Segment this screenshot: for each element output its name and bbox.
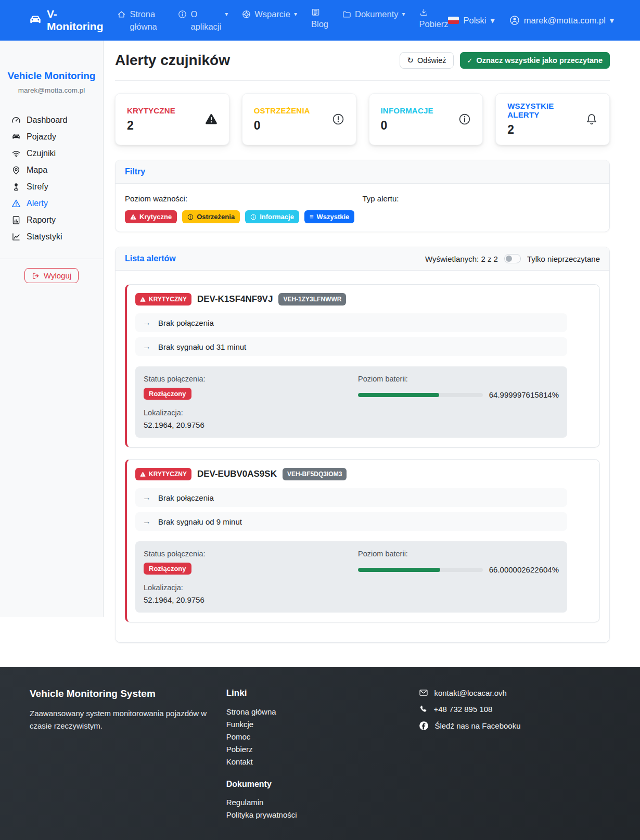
- brand-label: V-Monitoring: [47, 8, 103, 33]
- phone-icon: [419, 705, 428, 714]
- sidebar-item-dashboard[interactable]: Dashboard: [7, 112, 96, 129]
- logout-icon: [32, 272, 40, 280]
- footer-link-terms[interactable]: Regulamin: [226, 796, 407, 809]
- sidebar-item-alerts[interactable]: Alerty: [7, 195, 96, 212]
- stat-card-critical: KRYTYCZNE 2: [115, 93, 229, 145]
- person-circle-icon: [509, 15, 520, 26]
- footer-link-home[interactable]: Strona główna: [226, 706, 407, 718]
- warning-triangle-filled-icon: [140, 297, 146, 302]
- arrow-right-icon: →: [143, 493, 151, 502]
- battery-progress: [358, 393, 483, 397]
- nav-item-documents[interactable]: Dokumenty ▾: [342, 8, 405, 41]
- sidebar-item-sensors[interactable]: Czujniki: [7, 145, 96, 162]
- nav-item-label: Strona główna: [130, 8, 164, 33]
- filter-badge-label: Ostrzeżenia: [197, 213, 235, 221]
- nav-item-label: Dokumenty: [355, 8, 398, 20]
- vehicle-badge: VEH-BF5DQ3IOM3: [283, 468, 347, 480]
- nav-item-download[interactable]: Pobierz: [419, 8, 449, 41]
- brand[interactable]: V-Monitoring: [29, 0, 103, 41]
- vehicle-badge: VEH-1ZY3LFNWWR: [278, 293, 346, 306]
- filters-card: Filtry Poziom ważności: Krytyczne Ostrze…: [115, 160, 610, 232]
- device-id: DEV-K1SF4NF9VJ: [197, 294, 273, 304]
- line-chart-icon: [11, 232, 21, 241]
- stat-label: WSZYSTKIE ALERTY: [507, 101, 585, 119]
- footer-link-download[interactable]: Pobierz: [226, 743, 407, 756]
- unread-only-toggle[interactable]: [504, 254, 521, 263]
- arrow-right-icon: →: [143, 318, 151, 327]
- chevron-down-icon: ▾: [294, 8, 297, 20]
- language-label: Polski: [463, 16, 486, 26]
- nav-item-label: Pobierz: [419, 18, 449, 30]
- battery-progress-fill: [358, 568, 440, 572]
- sidebar-item-label: Alerty: [27, 199, 48, 208]
- stat-card-warnings: OSTRZEŻENIA 0: [242, 93, 356, 145]
- stats-row: KRYTYCZNE 2 OSTRZEŻENIA 0 INFORMACJE 0: [115, 93, 610, 145]
- sidebar-item-label: Czujniki: [27, 149, 56, 158]
- bell-icon: [585, 113, 598, 125]
- nav-item-label: O aplikacji: [190, 8, 221, 33]
- mark-all-read-label: Oznacz wszystkie jako przeczytane: [476, 56, 603, 65]
- sidebar-item-map[interactable]: Mapa: [7, 162, 96, 179]
- coordinates: 52.1964, 20.9756: [144, 421, 344, 429]
- mark-all-read-button[interactable]: ✓ Oznacz wszystkie jako przeczytane: [460, 52, 610, 69]
- location-label: Lokalizacja:: [144, 583, 344, 592]
- footer-contact-email[interactable]: kontakt@locacar.ovh: [419, 688, 610, 697]
- filter-badge-all[interactable]: ≡ Wszystkie: [304, 210, 354, 223]
- sidebar-item-label: Raporty: [27, 215, 56, 225]
- top-navbar: V-Monitoring Strona główna O aplikacji ▾…: [0, 0, 640, 41]
- warning-triangle-filled-icon: [130, 214, 136, 220]
- navbar-right: Polski ▾ marek@motta.com.pl ▾: [448, 0, 614, 41]
- alert-message-text: Brak sygnału od 31 minut: [158, 342, 246, 351]
- contact-phone-text: +48 732 895 108: [433, 705, 492, 714]
- alert-message: → Brak połączenia: [135, 313, 567, 332]
- info-circle-icon: [178, 10, 187, 19]
- sidebar-item-vehicles[interactable]: Pojazdy: [7, 129, 96, 145]
- unread-only-label: Tylko nieprzeczytane: [527, 254, 600, 263]
- chevron-down-icon: ▾: [610, 16, 614, 26]
- chevron-down-icon: ▾: [402, 8, 405, 20]
- language-selector[interactable]: Polski ▾: [448, 16, 494, 26]
- sidebar-item-label: Mapa: [27, 166, 47, 175]
- nav-item-home[interactable]: Strona główna: [117, 8, 164, 41]
- footer-link-privacy[interactable]: Polityka prywatności: [226, 809, 407, 821]
- shown-count: Wyświetlanych: 2 z 2: [425, 254, 498, 263]
- alert-message: → Brak sygnału od 9 minut: [135, 512, 567, 531]
- sidebar-item-label: Dashboard: [27, 116, 67, 125]
- filter-badge-info[interactable]: Informacje: [245, 210, 299, 223]
- alert-card: KRYTYCZNY DEV-K1SF4NF9VJ VEH-1ZY3LFNWWR …: [125, 284, 600, 448]
- sidebar-user-email: marek@motta.com.pl: [7, 86, 96, 94]
- footer-link-help[interactable]: Pomoc: [226, 731, 407, 743]
- nav-item-blog[interactable]: Blog: [311, 8, 328, 41]
- footer-link-features[interactable]: Funkcje: [226, 718, 407, 731]
- status-badge: Rozłączony: [144, 563, 191, 575]
- filter-badge-critical[interactable]: Krytyczne: [125, 210, 177, 223]
- sidebar-nav: Dashboard Pojazdy Czujniki Mapa Strefy A…: [7, 112, 96, 245]
- footer-docs-title: Dokumenty: [226, 780, 407, 789]
- chevron-down-icon: ▾: [490, 16, 494, 26]
- nav-item-about[interactable]: O aplikacji ▾: [178, 8, 228, 41]
- footer-brand-title: Vehicle Monitoring System: [30, 688, 214, 699]
- footer-contact-phone[interactable]: +48 732 895 108: [419, 705, 610, 714]
- filter-badge-label: Krytyczne: [139, 213, 172, 221]
- user-menu[interactable]: marek@motta.com.pl ▾: [509, 15, 614, 26]
- envelope-icon: [419, 688, 428, 697]
- filters-title: Filtry: [125, 167, 145, 176]
- logout-button[interactable]: Wyloguj: [24, 268, 79, 283]
- alert-message: → Brak sygnału od 31 minut: [135, 337, 567, 356]
- battery-progress: [358, 568, 483, 572]
- footer-link-contact[interactable]: Kontakt: [226, 756, 407, 768]
- nav-item-label: Wsparcie: [254, 8, 290, 20]
- battery-percentage: 66.000002622604%: [489, 565, 559, 574]
- alerts-list-title: Lista alertów: [125, 254, 176, 263]
- sidebar-item-zones[interactable]: Strefy: [7, 179, 96, 195]
- sidebar-item-reports[interactable]: Raporty: [7, 212, 96, 228]
- wifi-icon: [11, 149, 21, 158]
- refresh-button[interactable]: ↻ Odśwież: [400, 52, 453, 69]
- sidebar-item-statistics[interactable]: Statystyki: [7, 228, 96, 245]
- nav-item-support[interactable]: Wsparcie ▾: [242, 8, 297, 41]
- footer-facebook-link[interactable]: Śledź nas na Facebooku: [419, 721, 610, 731]
- filter-badge-warnings[interactable]: Ostrzeżenia: [182, 210, 240, 223]
- contact-email-text: kontakt@locacar.ovh: [434, 689, 506, 697]
- footer-links-title: Linki: [226, 688, 407, 698]
- footer-brand-description: Zaawansowany system monitorowania pojazd…: [30, 707, 212, 732]
